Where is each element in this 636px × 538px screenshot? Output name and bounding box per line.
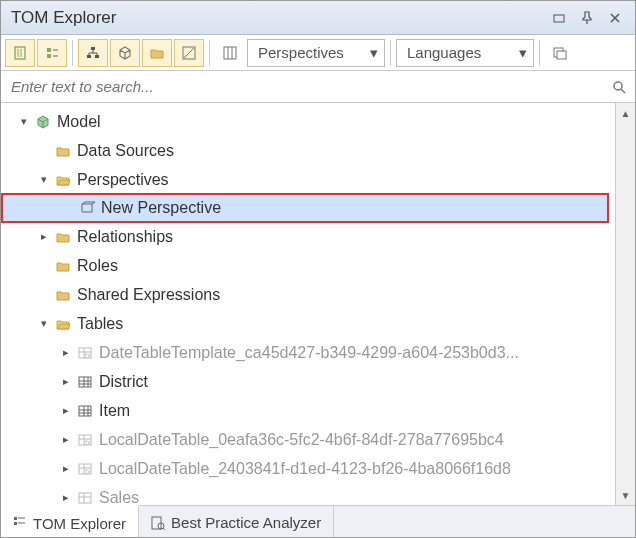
chevron-down-icon[interactable]: ▾ — [15, 115, 33, 128]
table-icon — [75, 403, 95, 419]
tab-label: TOM Explorer — [33, 515, 126, 532]
toolbar-button-1[interactable] — [5, 39, 35, 67]
tree-node-table[interactable]: ▸ fx LocalDateTable_2403841f-d1ed-4123-b… — [1, 454, 615, 483]
tree-label: DateTableTemplate_ca45d427-b349-4299-a60… — [99, 344, 519, 362]
close-icon[interactable] — [603, 6, 627, 30]
svg-rect-24 — [79, 377, 91, 387]
window-title: TOM Explorer — [11, 8, 543, 28]
folder-icon — [53, 287, 73, 303]
svg-line-12 — [184, 48, 194, 58]
columns-icon[interactable] — [215, 39, 245, 67]
chevron-right-icon[interactable]: ▸ — [57, 462, 75, 475]
chevron-down-icon[interactable]: ▾ — [35, 173, 53, 186]
chevron-down-icon[interactable]: ▾ — [35, 317, 53, 330]
svg-rect-17 — [557, 51, 566, 59]
pin-icon[interactable] — [575, 6, 599, 30]
search-input[interactable] — [9, 77, 611, 96]
search-bar — [1, 71, 635, 103]
tree-label: District — [99, 373, 148, 391]
svg-rect-8 — [91, 47, 95, 50]
tree-view[interactable]: ▾ Model ▸ Data Sources ▾ Perspectives ▸ … — [1, 103, 615, 505]
scroll-up-icon[interactable]: ▲ — [616, 103, 635, 123]
chevron-down-icon: ▾ — [519, 44, 527, 62]
tree-label: Model — [57, 113, 101, 131]
tree-node-table[interactable]: ▸ District — [1, 367, 615, 396]
svg-rect-5 — [47, 54, 51, 58]
chevron-right-icon[interactable]: ▸ — [57, 375, 75, 388]
folder-open-icon — [53, 316, 73, 332]
tree-label: LocalDateTable_2403841f-d1ed-4123-bf26-4… — [99, 460, 511, 478]
table-icon — [75, 490, 95, 506]
chevron-right-icon[interactable]: ▸ — [35, 230, 53, 243]
tree-label: LocalDateTable_0eafa36c-5fc2-4b6f-84df-2… — [99, 431, 504, 449]
folder-icon[interactable] — [142, 39, 172, 67]
cube-icon — [33, 114, 53, 130]
toolbar-button-2[interactable] — [37, 39, 67, 67]
scroll-down-icon[interactable]: ▼ — [616, 485, 635, 505]
titlebar: TOM Explorer — [1, 1, 635, 35]
svg-text:fx: fx — [85, 352, 91, 359]
svg-line-19 — [621, 89, 625, 93]
perspectives-dropdown[interactable]: Perspectives ▾ — [247, 39, 385, 67]
chevron-right-icon[interactable]: ▸ — [57, 433, 75, 446]
window-dropdown-icon[interactable] — [547, 6, 571, 30]
tab-best-practice[interactable]: Best Practice Analyzer — [139, 506, 334, 538]
svg-line-51 — [163, 528, 165, 530]
chevron-right-icon[interactable]: ▸ — [57, 491, 75, 504]
tree-node-shared-expressions[interactable]: ▸ Shared Expressions — [1, 280, 615, 309]
svg-rect-29 — [79, 406, 91, 416]
table-fx-icon: fx — [75, 432, 95, 448]
svg-rect-4 — [47, 48, 51, 52]
tree-node-table[interactable]: ▸ fx DateTableTemplate_ca45d427-b349-429… — [1, 338, 615, 367]
svg-rect-10 — [95, 55, 99, 58]
tree-node-table[interactable]: ▸ Sales — [1, 483, 615, 505]
svg-rect-45 — [14, 517, 17, 520]
tree-node-new-perspective[interactable]: ▸ New Perspective — [1, 193, 609, 223]
tree-label: Tables — [77, 315, 123, 333]
tree-node-data-sources[interactable]: ▸ Data Sources — [1, 136, 615, 165]
hierarchy-icon[interactable] — [78, 39, 108, 67]
languages-dropdown[interactable]: Languages ▾ — [396, 39, 534, 67]
vertical-scrollbar[interactable]: ▲ ▼ — [615, 103, 635, 505]
svg-rect-0 — [554, 15, 564, 22]
svg-text:fx: fx — [85, 468, 91, 475]
svg-rect-9 — [87, 55, 91, 58]
folder-icon — [53, 143, 73, 159]
tree-label: Item — [99, 402, 130, 420]
svg-text:fx: fx — [85, 439, 91, 446]
chevron-right-icon[interactable]: ▸ — [57, 404, 75, 417]
svg-rect-13 — [224, 47, 236, 59]
analyzer-icon — [151, 516, 165, 530]
tree-label: Shared Expressions — [77, 286, 220, 304]
perspective-icon — [77, 200, 97, 216]
tree-node-tables[interactable]: ▾ Tables — [1, 309, 615, 338]
folder-icon — [53, 258, 73, 274]
tree-node-model[interactable]: ▾ Model — [1, 107, 615, 136]
cube-icon[interactable] — [110, 39, 140, 67]
toolbar-button-last[interactable] — [545, 39, 575, 67]
toolbar-button-6[interactable] — [174, 39, 204, 67]
svg-rect-1 — [15, 47, 25, 59]
tree-node-roles[interactable]: ▸ Roles — [1, 251, 615, 280]
svg-rect-46 — [14, 522, 17, 525]
table-fx-icon: fx — [75, 345, 95, 361]
search-icon[interactable] — [611, 79, 627, 95]
tree-node-perspectives[interactable]: ▾ Perspectives — [1, 165, 615, 194]
tree-node-table[interactable]: ▸ Item — [1, 396, 615, 425]
tree-node-relationships[interactable]: ▸ Relationships — [1, 222, 615, 251]
bottom-tabs: TOM Explorer Best Practice Analyzer — [1, 505, 635, 538]
chevron-right-icon[interactable]: ▸ — [57, 346, 75, 359]
svg-rect-42 — [79, 493, 91, 503]
tree-label: New Perspective — [101, 199, 221, 217]
tree-label: Perspectives — [77, 171, 169, 189]
folder-open-icon — [53, 172, 73, 188]
tab-tom-explorer[interactable]: TOM Explorer — [1, 505, 139, 538]
languages-dropdown-label: Languages — [407, 44, 481, 61]
perspectives-dropdown-label: Perspectives — [258, 44, 344, 61]
table-fx-icon: fx — [75, 461, 95, 477]
svg-point-18 — [614, 82, 622, 90]
tree-node-table[interactable]: ▸ fx LocalDateTable_0eafa36c-5fc2-4b6f-8… — [1, 425, 615, 454]
tree-label: Sales — [99, 489, 139, 506]
tree-label: Data Sources — [77, 142, 174, 160]
tree-label: Relationships — [77, 228, 173, 246]
